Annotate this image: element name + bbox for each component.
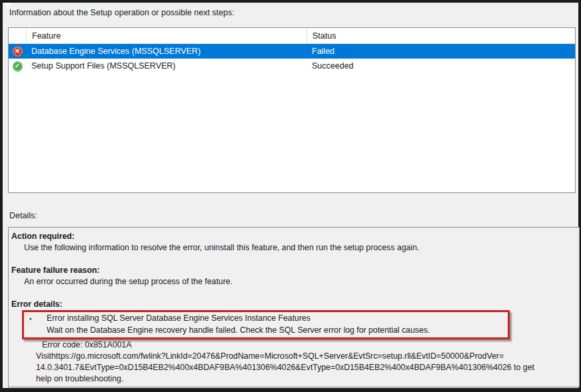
action-required-body: Use the following information to resolve… (11, 242, 574, 254)
setup-info-label: Information about the Setup operation or… (9, 8, 235, 17)
error-bullet-line-1: Error installing SQL Server Database Eng… (47, 313, 310, 325)
status-cell: Failed (306, 47, 575, 56)
bullet-icon: ▪ (28, 313, 47, 325)
troubleshooting-link-line-3: help on troubleshooting. (11, 373, 574, 385)
details-panel[interactable]: Action required: Use the following infor… (8, 227, 580, 387)
row-icon-cell: ✓ (9, 61, 26, 71)
row-icon-cell: ✕ (9, 47, 26, 57)
troubleshooting-link-line-1[interactable]: Visithttps://go.microsoft.com/fwlink?Lin… (11, 351, 574, 362)
feature-status-table[interactable]: Feature Status ✕ Database Engine Service… (8, 27, 576, 193)
table-row-database-engine[interactable]: ✕ Database Engine Services (MSSQLSERVER)… (9, 44, 575, 59)
feature-cell: Setup Support Files (MSSQLSERVER) (26, 61, 306, 71)
icon-column-header (9, 28, 26, 43)
feature-failure-body: An error occurred during the setup proce… (11, 276, 574, 288)
status-column-header[interactable]: Status (306, 28, 575, 43)
troubleshooting-link-line-2[interactable]: 14.0.3401.7&EvtType=0xD15B4EB2%400x4BDAF… (11, 362, 574, 373)
status-cell: Succeeded (306, 61, 575, 71)
error-highlight-annotation: ▪ Error installing SQL Server Database E… (22, 310, 510, 339)
error-code: Error code: 0x851A001A (11, 339, 574, 351)
feature-failure-heading: Feature failure reason: (11, 265, 574, 276)
table-header-row: Feature Status (9, 28, 575, 44)
table-row-setup-support-files[interactable]: ✓ Setup Support Files (MSSQLSERVER) Succ… (9, 59, 575, 73)
error-bullet-line-2: Wait on the Database Engine recovery han… (47, 325, 430, 336)
error-details-heading: Error details: (11, 299, 574, 310)
feature-cell: Database Engine Services (MSSQLSERVER) (26, 47, 306, 56)
feature-column-header[interactable]: Feature (26, 28, 306, 43)
error-icon: ✕ (13, 47, 23, 57)
details-label: Details: (9, 211, 37, 220)
dialog-frame: Information about the Setup operation or… (0, 0, 581, 392)
success-icon: ✓ (13, 61, 23, 71)
action-required-heading: Action required: (11, 231, 574, 242)
